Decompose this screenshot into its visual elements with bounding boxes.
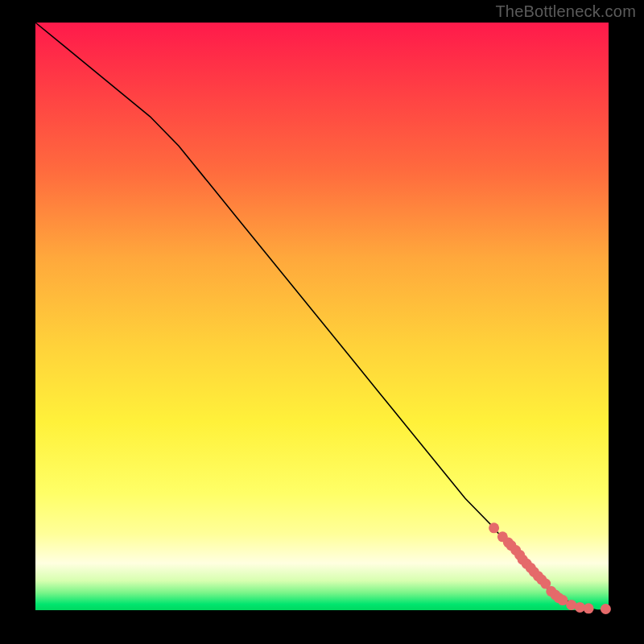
data-point: [489, 522, 499, 533]
highlighted-points-group: [489, 522, 611, 614]
data-point: [584, 603, 594, 613]
plot-area: [35, 23, 609, 610]
data-point: [601, 604, 611, 614]
chart-frame: TheBottleneck.com: [0, 0, 644, 644]
chart-overlay: [35, 23, 609, 610]
bottleneck-curve: [35, 23, 609, 610]
watermark-text: TheBottleneck.com: [495, 2, 636, 21]
